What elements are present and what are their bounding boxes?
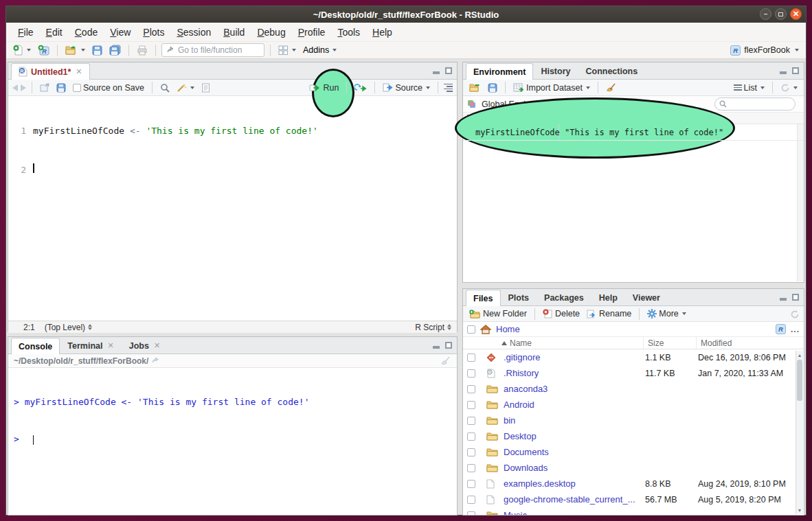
row-checkbox[interactable]	[467, 369, 475, 378]
file-name-link[interactable]: .Rhistory	[504, 368, 645, 378]
maximize-pane-icon[interactable]	[792, 294, 799, 301]
minimize-button[interactable]: –	[760, 8, 771, 20]
environment-variable-row[interactable]: myFirstLineOfCode "This is my first line…	[463, 124, 804, 141]
tab-help[interactable]: Help	[591, 289, 625, 305]
file-row[interactable]: anaconda3	[463, 381, 804, 397]
row-checkbox[interactable]	[467, 448, 475, 456]
file-row[interactable]: Music	[463, 507, 804, 516]
menu-help[interactable]: Help	[366, 24, 398, 40]
source-on-save-toggle[interactable]: Source on Save	[71, 82, 146, 94]
files-scrollbar[interactable]: ▲ ▼	[796, 351, 803, 514]
save-workspace-button[interactable]	[486, 82, 499, 94]
tab-plots[interactable]: Plots	[501, 289, 537, 305]
clear-environment-button[interactable]	[604, 82, 619, 94]
column-modified[interactable]: Modified	[697, 338, 804, 348]
find-replace-button[interactable]	[158, 82, 172, 94]
file-name-link[interactable]: bin	[504, 415, 645, 426]
maximize-pane-icon[interactable]	[445, 67, 452, 74]
scroll-up-icon[interactable]: ▲	[796, 351, 803, 359]
console-output[interactable]: > myFirstLineOfCode <- 'This is my first…	[8, 368, 457, 470]
file-row[interactable]: examples.desktop 8.8 KB Aug 24, 2019, 8:…	[463, 476, 804, 491]
menu-code[interactable]: Code	[69, 24, 104, 40]
menu-build[interactable]: Build	[217, 24, 251, 40]
tab-files[interactable]: Files	[466, 290, 501, 306]
select-all-checkbox[interactable]	[467, 325, 475, 334]
tab-history[interactable]: History	[533, 62, 578, 79]
row-checkbox[interactable]	[467, 385, 475, 393]
file-name-link[interactable]: google-chrome-stable_current_...	[504, 494, 645, 505]
run-button[interactable]: Run	[307, 82, 341, 94]
minimize-pane-icon[interactable]	[433, 71, 440, 74]
rerun-button[interactable]	[352, 82, 369, 93]
save-doc-button[interactable]	[54, 82, 68, 94]
row-checkbox[interactable]	[467, 354, 475, 362]
file-name-link[interactable]: examples.desktop	[504, 478, 645, 489]
row-checkbox[interactable]	[467, 464, 475, 472]
maximize-button[interactable]	[775, 8, 787, 20]
menu-plots[interactable]: Plots	[137, 24, 170, 40]
row-checkbox[interactable]	[467, 401, 475, 409]
workspace-panes-button[interactable]	[276, 44, 298, 56]
row-checkbox[interactable]	[467, 496, 475, 504]
menu-profile[interactable]: Profile	[292, 24, 332, 40]
list-view-button[interactable]: List	[732, 82, 767, 94]
row-checkbox[interactable]	[467, 480, 475, 488]
source-on-save-checkbox[interactable]	[73, 84, 81, 92]
row-checkbox[interactable]	[467, 432, 475, 441]
tab-connections[interactable]: Connections	[578, 62, 645, 79]
new-folder-button[interactable]: New Folder	[467, 308, 529, 320]
tab-close-icon[interactable]: ✕	[107, 341, 113, 350]
tab-terminal[interactable]: Terminal ✕	[60, 337, 121, 354]
tab-close-icon[interactable]: ✕	[76, 67, 82, 76]
save-button[interactable]	[90, 44, 104, 57]
back-button[interactable]	[12, 84, 18, 91]
delete-file-button[interactable]: Delete	[541, 308, 582, 320]
tab-console[interactable]: Console	[11, 338, 60, 354]
minimize-pane-icon[interactable]	[780, 71, 787, 74]
close-button[interactable]: ✕	[790, 8, 802, 20]
print-button[interactable]	[135, 44, 150, 57]
tab-environment[interactable]: Environment	[466, 63, 533, 80]
file-name-link[interactable]: Documents	[504, 447, 645, 457]
environment-search-box[interactable]	[714, 97, 796, 111]
file-row[interactable]: google-chrome-stable_current_... 56.7 MB…	[463, 491, 804, 507]
goto-file-input[interactable]	[178, 45, 253, 55]
file-name-link[interactable]: anaconda3	[504, 384, 645, 394]
menu-file[interactable]: File	[12, 24, 40, 40]
popout-window-button[interactable]	[38, 82, 52, 93]
source-button[interactable]: Source	[381, 82, 432, 94]
more-columns-button[interactable]: ...	[791, 325, 800, 334]
menu-debug[interactable]: Debug	[251, 24, 291, 40]
row-checkbox[interactable]	[467, 417, 475, 425]
code-editor[interactable]: 1myFirstLineOfCode <- 'This is my first …	[8, 96, 457, 321]
refresh-environment-button[interactable]	[778, 82, 800, 93]
file-name-link[interactable]: Downloads	[504, 463, 645, 473]
row-checkbox[interactable]	[467, 511, 475, 516]
compile-report-button[interactable]	[199, 82, 212, 94]
code-tools-button[interactable]	[174, 82, 196, 94]
new-project-button[interactable]: R	[36, 43, 52, 57]
column-name[interactable]: Name	[463, 337, 644, 349]
maximize-pane-icon[interactable]	[445, 342, 452, 349]
file-row[interactable]: .gitignore 1.1 KB Dec 16, 2019, 8:06 PM	[463, 349, 804, 365]
forward-button[interactable]	[21, 84, 26, 91]
addins-button[interactable]: Addins	[301, 44, 339, 56]
menu-session[interactable]: Session	[170, 24, 217, 40]
file-row[interactable]: Desktop	[463, 428, 804, 444]
minimize-pane-icon[interactable]	[433, 346, 440, 349]
goto-directory-icon[interactable]	[152, 357, 160, 364]
file-row[interactable]: bin	[463, 413, 804, 428]
tab-jobs[interactable]: Jobs ✕	[122, 337, 168, 354]
tab-packages[interactable]: Packages	[537, 289, 591, 305]
file-row[interactable]: Android	[463, 397, 804, 413]
minimize-pane-icon[interactable]	[780, 298, 787, 301]
file-name-link[interactable]: Android	[504, 400, 645, 410]
file-row[interactable]: .Rhistory 11.7 KB Jan 7, 2020, 11:33 AM	[463, 365, 804, 381]
clear-console-icon[interactable]	[441, 356, 451, 366]
rename-file-button[interactable]: Rename	[585, 308, 633, 320]
save-all-button[interactable]	[107, 43, 123, 57]
tab-close-icon[interactable]: ✕	[154, 341, 160, 350]
more-file-actions-button[interactable]: More	[645, 308, 688, 320]
load-workspace-button[interactable]	[467, 82, 483, 93]
goto-file-search[interactable]	[161, 43, 264, 57]
